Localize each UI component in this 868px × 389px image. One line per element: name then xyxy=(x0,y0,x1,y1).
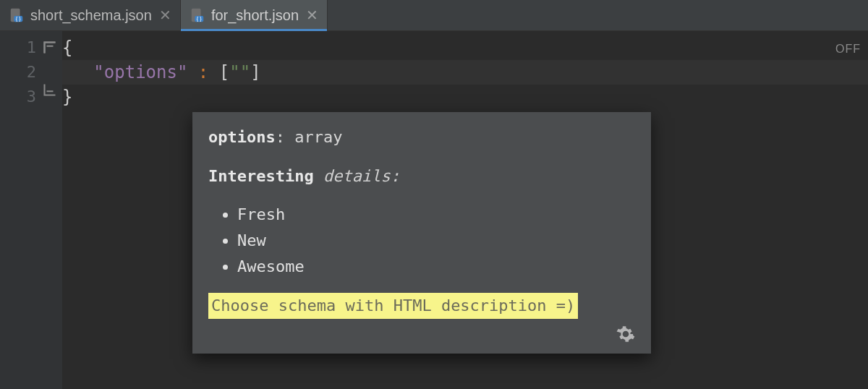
popup-header: options: array xyxy=(208,125,635,150)
popup-sub-bold: Interesting xyxy=(208,167,314,185)
code-string: "" xyxy=(229,62,250,82)
list-item: Fresh xyxy=(237,202,635,228)
popup-sub-italic: details: xyxy=(314,167,400,185)
line-number: 2 xyxy=(0,60,36,85)
code-area[interactable]: { "options" : [""] } OFF options: array … xyxy=(62,31,868,389)
list-item: Awesome xyxy=(237,254,635,280)
popup-subheader: Interesting details: xyxy=(208,164,635,189)
code-brace: } xyxy=(62,87,72,107)
code-bracket: [ xyxy=(219,62,229,82)
close-icon[interactable]: ✕ xyxy=(306,7,318,24)
svg-text:{ }: { } xyxy=(197,15,202,22)
popup-header-type: : array xyxy=(276,128,343,146)
code-bracket: ] xyxy=(250,62,260,82)
fold-column xyxy=(43,31,62,389)
code-brace: { xyxy=(62,38,72,58)
popup-header-key: options xyxy=(208,128,276,146)
code-key: "options" xyxy=(93,62,187,82)
documentation-popup: options: array Interesting details: Fres… xyxy=(192,112,651,354)
line-gutter: 1 2 3 xyxy=(0,31,43,389)
json-file-icon: { } xyxy=(9,7,25,23)
tab-for-short[interactable]: { } for_short.json ✕ xyxy=(181,0,328,30)
tab-label: for_short.json xyxy=(211,7,299,24)
popup-list: Fresh New Awesome xyxy=(208,202,635,280)
tab-short-schema[interactable]: { } short_schema.json ✕ xyxy=(0,0,181,30)
fold-open-icon[interactable] xyxy=(43,41,56,54)
svg-text:{ }: { } xyxy=(16,15,21,22)
fold-close-icon[interactable] xyxy=(43,83,56,96)
popup-highlight: Choose schema with HTML description =) xyxy=(208,293,578,319)
tab-label: short_schema.json xyxy=(30,7,152,24)
tab-bar: { } short_schema.json ✕ { } for_short.js… xyxy=(0,0,868,31)
json-file-icon: { } xyxy=(190,7,205,23)
line-number: 1 xyxy=(0,35,36,60)
close-icon[interactable]: ✕ xyxy=(159,7,171,24)
gear-icon[interactable] xyxy=(616,325,635,343)
code-colon: : xyxy=(187,62,218,82)
line-number: 3 xyxy=(0,85,36,109)
editor: 1 2 3 { "options" : [""] } OFF options: … xyxy=(0,31,868,389)
inspection-off-badge[interactable]: OFF xyxy=(835,37,861,61)
list-item: New xyxy=(237,228,635,254)
